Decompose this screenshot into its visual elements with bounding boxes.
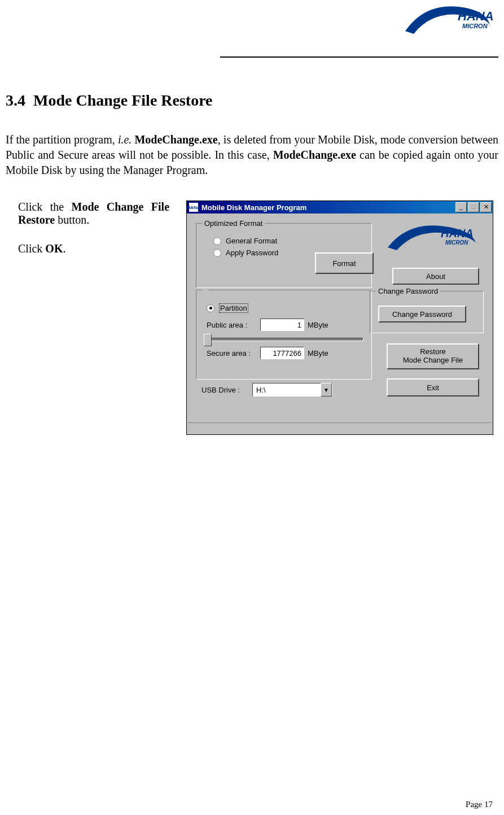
svg-text:MICRON: MICRON xyxy=(445,239,468,246)
dialog-title: Mobile Disk Manager Program xyxy=(201,203,455,212)
change-password-group: Change Password Change Password xyxy=(370,287,484,333)
usb-drive-combo[interactable]: H:\ ▼ xyxy=(252,383,332,396)
instruction-steps: Click the Mode Change File Restore butto… xyxy=(6,201,169,271)
public-area-input[interactable]: 1 xyxy=(260,319,304,331)
minimize-button[interactable]: _ xyxy=(455,202,467,212)
status-bar xyxy=(188,422,492,433)
close-button[interactable]: ✕ xyxy=(480,202,492,212)
about-button[interactable]: About xyxy=(392,268,479,285)
page-number: Page 17 xyxy=(466,800,493,809)
section-heading: 3.4 Mode Change File Restore xyxy=(6,91,498,110)
optimized-format-legend: Optimized Format xyxy=(202,219,265,228)
mbyte-label: MByte xyxy=(308,321,328,329)
usb-drive-label: USB Drive : xyxy=(201,386,252,394)
restore-line1: Restore xyxy=(420,348,446,356)
intro-exe1: ModeChange.exe xyxy=(132,133,217,146)
slider-thumb[interactable] xyxy=(204,334,212,346)
radio-general-label: General Format xyxy=(226,237,277,245)
radio-partition[interactable]: Partition xyxy=(207,303,366,313)
section-number: 3.4 xyxy=(6,91,25,109)
step1-pre: Click the xyxy=(18,201,72,213)
format-button[interactable]: Format xyxy=(315,252,374,274)
maximize-button: □ xyxy=(468,202,479,212)
step-2: Click OK. xyxy=(6,242,169,255)
intro-pre: If the partition program, xyxy=(6,133,118,146)
hana-logo: HANA MICRON xyxy=(402,0,493,45)
exit-button[interactable]: Exit xyxy=(387,378,479,396)
logo-brand-bottom: MICRON xyxy=(462,23,488,29)
radio-icon xyxy=(213,249,221,257)
change-password-button[interactable]: Change Password xyxy=(378,306,466,322)
radio-icon xyxy=(207,304,214,312)
page-header: HANA MICRON xyxy=(220,0,498,58)
partition-slider[interactable] xyxy=(204,338,363,341)
step2-post: . xyxy=(63,242,65,255)
secure-area-input[interactable]: 1777266 xyxy=(260,347,304,359)
radio-icon xyxy=(213,237,221,245)
intro-paragraph: If the partition program, i.e. ModeChang… xyxy=(6,132,498,178)
restore-mode-change-file-button[interactable]: Restore Mode Change File xyxy=(387,343,479,369)
change-password-legend: Change Password xyxy=(376,287,440,295)
step2-bold: OK xyxy=(45,242,63,255)
dialog-titlebar[interactable]: HANA Mobile Disk Manager Program _ □ ✕ xyxy=(187,201,493,213)
section-title-text: Mode Change File Restore xyxy=(33,91,213,109)
usb-drive-value: H:\ xyxy=(253,386,321,394)
manager-dialog: HANA Mobile Disk Manager Program _ □ ✕ O… xyxy=(186,201,493,435)
optimized-format-group: Optimized Format General Format Apply Pa… xyxy=(196,219,372,288)
bullet-icon xyxy=(6,201,18,226)
bullet-icon xyxy=(6,242,18,255)
mbyte-label-2: MByte xyxy=(308,349,328,358)
radio-applypwd-label: Apply Password xyxy=(226,249,278,257)
intro-ie: i.e. xyxy=(118,133,132,146)
radio-partition-label: Partition xyxy=(219,303,248,313)
chevron-down-icon[interactable]: ▼ xyxy=(321,383,332,396)
step1-post: button. xyxy=(55,213,89,226)
radio-general-format[interactable]: General Format xyxy=(213,237,366,245)
partition-group: . Partition Public area : 1 MByte Sec xyxy=(196,286,372,380)
logo-brand-top: HANA xyxy=(458,9,493,23)
intro-exe2: ModeChange.exe xyxy=(273,149,356,161)
dialog-logo: HANA MICRON xyxy=(384,219,480,259)
app-icon: HANA xyxy=(189,203,198,212)
step2-pre: Click xyxy=(18,242,45,255)
secure-area-label: Secure area : xyxy=(207,349,260,358)
svg-text:HANA: HANA xyxy=(441,227,474,239)
restore-line2: Mode Change File xyxy=(403,356,463,365)
public-area-label: Public area : xyxy=(207,321,260,329)
step-1: Click the Mode Change File Restore butto… xyxy=(6,201,169,226)
